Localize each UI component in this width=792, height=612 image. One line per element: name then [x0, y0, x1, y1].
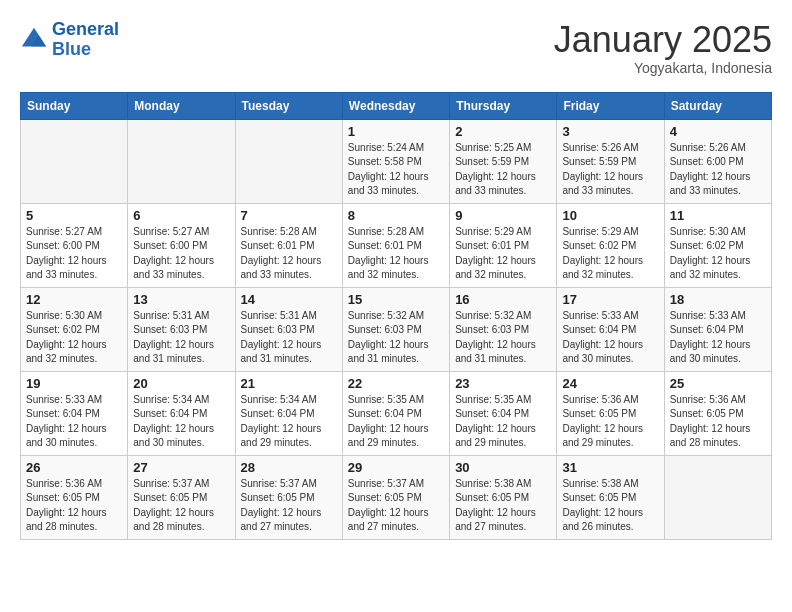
day-number: 12 [26, 292, 122, 307]
day-info: Sunrise: 5:30 AM Sunset: 6:02 PM Dayligh… [670, 225, 766, 283]
calendar-cell: 18Sunrise: 5:33 AM Sunset: 6:04 PM Dayli… [664, 287, 771, 371]
day-info: Sunrise: 5:28 AM Sunset: 6:01 PM Dayligh… [348, 225, 444, 283]
day-info: Sunrise: 5:29 AM Sunset: 6:01 PM Dayligh… [455, 225, 551, 283]
calendar-week-row: 5Sunrise: 5:27 AM Sunset: 6:00 PM Daylig… [21, 203, 772, 287]
calendar-cell: 25Sunrise: 5:36 AM Sunset: 6:05 PM Dayli… [664, 371, 771, 455]
day-number: 10 [562, 208, 658, 223]
calendar-week-row: 12Sunrise: 5:30 AM Sunset: 6:02 PM Dayli… [21, 287, 772, 371]
day-number: 1 [348, 124, 444, 139]
day-info: Sunrise: 5:26 AM Sunset: 6:00 PM Dayligh… [670, 141, 766, 199]
day-number: 26 [26, 460, 122, 475]
calendar-cell: 6Sunrise: 5:27 AM Sunset: 6:00 PM Daylig… [128, 203, 235, 287]
day-number: 17 [562, 292, 658, 307]
day-number: 21 [241, 376, 337, 391]
calendar-cell: 1Sunrise: 5:24 AM Sunset: 5:58 PM Daylig… [342, 119, 449, 203]
day-number: 28 [241, 460, 337, 475]
calendar-subtitle: Yogyakarta, Indonesia [554, 60, 772, 76]
calendar-cell: 5Sunrise: 5:27 AM Sunset: 6:00 PM Daylig… [21, 203, 128, 287]
calendar-cell: 8Sunrise: 5:28 AM Sunset: 6:01 PM Daylig… [342, 203, 449, 287]
day-info: Sunrise: 5:37 AM Sunset: 6:05 PM Dayligh… [133, 477, 229, 535]
day-info: Sunrise: 5:33 AM Sunset: 6:04 PM Dayligh… [670, 309, 766, 367]
calendar-cell: 27Sunrise: 5:37 AM Sunset: 6:05 PM Dayli… [128, 455, 235, 539]
day-info: Sunrise: 5:31 AM Sunset: 6:03 PM Dayligh… [241, 309, 337, 367]
calendar-header: SundayMondayTuesdayWednesdayThursdayFrid… [21, 92, 772, 119]
calendar-cell: 22Sunrise: 5:35 AM Sunset: 6:04 PM Dayli… [342, 371, 449, 455]
calendar-cell: 7Sunrise: 5:28 AM Sunset: 6:01 PM Daylig… [235, 203, 342, 287]
logo: GeneralBlue [20, 20, 119, 60]
day-number: 22 [348, 376, 444, 391]
day-number: 9 [455, 208, 551, 223]
logo-text: GeneralBlue [52, 20, 119, 60]
day-number: 29 [348, 460, 444, 475]
weekday-header: Friday [557, 92, 664, 119]
calendar-body: 1Sunrise: 5:24 AM Sunset: 5:58 PM Daylig… [21, 119, 772, 539]
day-info: Sunrise: 5:32 AM Sunset: 6:03 PM Dayligh… [348, 309, 444, 367]
calendar-cell: 19Sunrise: 5:33 AM Sunset: 6:04 PM Dayli… [21, 371, 128, 455]
calendar-cell: 12Sunrise: 5:30 AM Sunset: 6:02 PM Dayli… [21, 287, 128, 371]
weekday-header: Saturday [664, 92, 771, 119]
day-number: 19 [26, 376, 122, 391]
calendar-cell: 15Sunrise: 5:32 AM Sunset: 6:03 PM Dayli… [342, 287, 449, 371]
calendar-cell: 17Sunrise: 5:33 AM Sunset: 6:04 PM Dayli… [557, 287, 664, 371]
day-number: 6 [133, 208, 229, 223]
calendar-cell: 29Sunrise: 5:37 AM Sunset: 6:05 PM Dayli… [342, 455, 449, 539]
day-info: Sunrise: 5:35 AM Sunset: 6:04 PM Dayligh… [455, 393, 551, 451]
calendar-title: January 2025 [554, 20, 772, 60]
weekday-header: Thursday [450, 92, 557, 119]
day-number: 2 [455, 124, 551, 139]
calendar-cell: 14Sunrise: 5:31 AM Sunset: 6:03 PM Dayli… [235, 287, 342, 371]
day-info: Sunrise: 5:37 AM Sunset: 6:05 PM Dayligh… [241, 477, 337, 535]
title-block: January 2025 Yogyakarta, Indonesia [554, 20, 772, 76]
day-info: Sunrise: 5:34 AM Sunset: 6:04 PM Dayligh… [241, 393, 337, 451]
calendar-cell: 9Sunrise: 5:29 AM Sunset: 6:01 PM Daylig… [450, 203, 557, 287]
day-info: Sunrise: 5:28 AM Sunset: 6:01 PM Dayligh… [241, 225, 337, 283]
day-number: 14 [241, 292, 337, 307]
day-number: 3 [562, 124, 658, 139]
day-number: 11 [670, 208, 766, 223]
day-info: Sunrise: 5:25 AM Sunset: 5:59 PM Dayligh… [455, 141, 551, 199]
calendar-cell: 21Sunrise: 5:34 AM Sunset: 6:04 PM Dayli… [235, 371, 342, 455]
page-header: GeneralBlue January 2025 Yogyakarta, Ind… [20, 20, 772, 76]
day-number: 23 [455, 376, 551, 391]
day-info: Sunrise: 5:30 AM Sunset: 6:02 PM Dayligh… [26, 309, 122, 367]
day-number: 18 [670, 292, 766, 307]
day-number: 24 [562, 376, 658, 391]
calendar-cell: 30Sunrise: 5:38 AM Sunset: 6:05 PM Dayli… [450, 455, 557, 539]
day-info: Sunrise: 5:27 AM Sunset: 6:00 PM Dayligh… [133, 225, 229, 283]
day-info: Sunrise: 5:38 AM Sunset: 6:05 PM Dayligh… [562, 477, 658, 535]
weekday-header: Monday [128, 92, 235, 119]
calendar-cell: 16Sunrise: 5:32 AM Sunset: 6:03 PM Dayli… [450, 287, 557, 371]
calendar-cell: 3Sunrise: 5:26 AM Sunset: 5:59 PM Daylig… [557, 119, 664, 203]
calendar-week-row: 19Sunrise: 5:33 AM Sunset: 6:04 PM Dayli… [21, 371, 772, 455]
day-info: Sunrise: 5:35 AM Sunset: 6:04 PM Dayligh… [348, 393, 444, 451]
day-info: Sunrise: 5:34 AM Sunset: 6:04 PM Dayligh… [133, 393, 229, 451]
day-number: 13 [133, 292, 229, 307]
day-info: Sunrise: 5:31 AM Sunset: 6:03 PM Dayligh… [133, 309, 229, 367]
day-info: Sunrise: 5:36 AM Sunset: 6:05 PM Dayligh… [26, 477, 122, 535]
calendar-week-row: 1Sunrise: 5:24 AM Sunset: 5:58 PM Daylig… [21, 119, 772, 203]
calendar-cell: 28Sunrise: 5:37 AM Sunset: 6:05 PM Dayli… [235, 455, 342, 539]
day-number: 4 [670, 124, 766, 139]
day-info: Sunrise: 5:33 AM Sunset: 6:04 PM Dayligh… [26, 393, 122, 451]
weekday-header: Wednesday [342, 92, 449, 119]
calendar-cell: 26Sunrise: 5:36 AM Sunset: 6:05 PM Dayli… [21, 455, 128, 539]
calendar-cell: 24Sunrise: 5:36 AM Sunset: 6:05 PM Dayli… [557, 371, 664, 455]
weekday-header: Sunday [21, 92, 128, 119]
day-number: 16 [455, 292, 551, 307]
calendar-cell [21, 119, 128, 203]
day-number: 27 [133, 460, 229, 475]
day-number: 8 [348, 208, 444, 223]
calendar-table: SundayMondayTuesdayWednesdayThursdayFrid… [20, 92, 772, 540]
calendar-cell [235, 119, 342, 203]
day-info: Sunrise: 5:26 AM Sunset: 5:59 PM Dayligh… [562, 141, 658, 199]
calendar-cell: 11Sunrise: 5:30 AM Sunset: 6:02 PM Dayli… [664, 203, 771, 287]
day-number: 30 [455, 460, 551, 475]
calendar-cell: 10Sunrise: 5:29 AM Sunset: 6:02 PM Dayli… [557, 203, 664, 287]
day-info: Sunrise: 5:29 AM Sunset: 6:02 PM Dayligh… [562, 225, 658, 283]
calendar-cell: 2Sunrise: 5:25 AM Sunset: 5:59 PM Daylig… [450, 119, 557, 203]
day-number: 7 [241, 208, 337, 223]
calendar-cell [664, 455, 771, 539]
day-info: Sunrise: 5:27 AM Sunset: 6:00 PM Dayligh… [26, 225, 122, 283]
calendar-cell [128, 119, 235, 203]
weekday-header: Tuesday [235, 92, 342, 119]
